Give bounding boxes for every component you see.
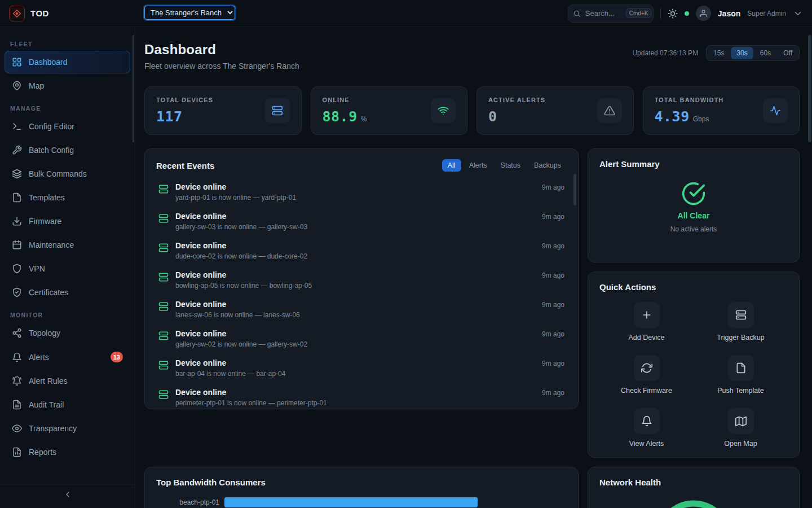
list-item[interactable]: Device online lanes-sw-06 is now online … (156, 295, 567, 324)
theme-toggle-sun-icon[interactable] (668, 8, 678, 19)
event-title: Device online (175, 241, 535, 250)
wrench-icon (12, 145, 22, 155)
refresh-option-15s[interactable]: 15s (708, 47, 730, 59)
bar-row: beach-ptp-01 (156, 497, 567, 507)
stat-value: 0 (488, 108, 497, 125)
list-item[interactable]: Device online perimeter-ptp-01 is now on… (156, 383, 567, 409)
events-filter-tabs: All Alerts Status Backups (442, 159, 567, 172)
quick-actions-title: Quick Actions (599, 282, 788, 292)
sidebar-collapse-button[interactable] (0, 484, 135, 503)
sidebar-item-firmware[interactable]: Firmware (5, 210, 130, 233)
sidebar-item-audit-trail[interactable]: Audit Trail (5, 393, 130, 416)
sidebar-item-dashboard[interactable]: Dashboard (5, 51, 130, 73)
sidebar-item-label: Alerts (29, 353, 104, 362)
chevron-down-icon[interactable] (793, 8, 803, 19)
sidebar-item-batch-config[interactable]: Batch Config (5, 139, 130, 161)
sidebar-scrollbar-thumb[interactable] (133, 35, 134, 142)
quick-action-label: Trigger Backup (717, 334, 764, 341)
event-detail: lanes-sw-06 is now online — lanes-sw-06 (175, 311, 535, 319)
refresh-option-off[interactable]: Off (778, 47, 798, 59)
list-item[interactable]: Device online gallery-sw-02 is now onlin… (156, 324, 567, 353)
search-shortcut-badge: Cmd+K (626, 8, 652, 18)
check-circle-icon (681, 181, 706, 206)
list-item[interactable]: Device online yard-ptp-01 is now online … (156, 177, 567, 207)
sidebar-item-config-editor[interactable]: Config Editor (5, 115, 130, 138)
sidebar-item-templates[interactable]: Templates (5, 186, 130, 209)
topbar: TOD The Stranger's Ranch Cmd+K Jason Sup… (0, 0, 812, 27)
view-alerts-button[interactable]: View Alerts (599, 408, 694, 448)
topbar-divider (660, 7, 661, 20)
page-scrollbar-thumb[interactable] (808, 35, 811, 142)
sidebar-item-label: Map (29, 81, 123, 90)
server-icon (265, 98, 290, 123)
server-icon (728, 302, 754, 328)
app-logo-icon (9, 6, 25, 21)
alerts-count-badge: 13 (111, 352, 123, 362)
list-item[interactable]: Device online bowling-ap-05 is now onlin… (156, 265, 567, 295)
bell-icon (12, 352, 22, 362)
event-detail: gallery-sw-02 is now online — gallery-sw… (175, 340, 535, 348)
sidebar-item-map[interactable]: Map (5, 75, 130, 97)
stat-card-total-bandwidth: TOTAL BANDWIDTH 4.39 Gbps (643, 86, 800, 135)
file-icon (728, 355, 754, 381)
tab-backups[interactable]: Backups (528, 159, 567, 172)
stat-card-active-alerts: ACTIVE ALERTS 0 (476, 86, 634, 135)
add-device-button[interactable]: Add Device (599, 302, 694, 341)
bell-icon (634, 408, 660, 434)
shield-check-icon (12, 287, 22, 297)
sidebar-item-maintenance[interactable]: Maintenance (5, 234, 130, 256)
tab-alerts[interactable]: Alerts (464, 159, 493, 172)
search-box[interactable]: Cmd+K (568, 5, 654, 23)
alert-detail-text: No active alerts (670, 225, 717, 233)
sidebar-item-label: Maintenance (29, 240, 123, 249)
list-item[interactable]: Device online gallery-sw-03 is now onlin… (156, 207, 567, 236)
trigger-backup-button[interactable]: Trigger Backup (694, 302, 788, 341)
push-template-button[interactable]: Push Template (694, 355, 788, 395)
sidebar-item-bulk-commands[interactable]: Bulk Commands (5, 163, 130, 185)
check-firmware-button[interactable]: Check Firmware (599, 355, 694, 395)
sidebar-item-label: Topology (29, 329, 123, 338)
list-item[interactable]: Device online dude-core-02 is now online… (156, 236, 567, 265)
quick-actions-card: Quick Actions Add Device Trigger Backup … (588, 271, 800, 458)
sidebar-item-certificates[interactable]: Certificates (5, 281, 130, 304)
sidebar-item-label: Reports (29, 448, 123, 457)
server-icon (158, 331, 169, 341)
event-title: Device online (175, 358, 535, 367)
sidebar-item-label: Dashboard (29, 58, 123, 67)
network-health-title: Network Health (599, 478, 788, 487)
sidebar-item-label: Alert Rules (29, 376, 123, 386)
network-health-card: Network Health (588, 467, 800, 508)
event-time: 9m ago (542, 389, 564, 397)
list-item[interactable]: Device online bar-ap-04 is now online — … (156, 353, 567, 383)
server-icon (158, 360, 169, 370)
quick-action-label: Push Template (717, 387, 764, 395)
event-title: Device online (175, 270, 535, 279)
sidebar-item-alert-rules[interactable]: Alert Rules (5, 370, 130, 392)
sidebar-item-transparency[interactable]: Transparency (5, 417, 130, 440)
event-time: 9m ago (542, 360, 564, 367)
tab-status[interactable]: Status (495, 159, 526, 172)
search-input[interactable] (585, 9, 621, 17)
site-select[interactable]: The Stranger's Ranch (144, 6, 235, 20)
sidebar-item-reports[interactable]: Reports (5, 441, 130, 463)
sidebar-item-topology[interactable]: Topology (5, 322, 130, 344)
refresh-option-60s[interactable]: 60s (754, 47, 776, 59)
refresh-option-30s[interactable]: 30s (731, 47, 753, 59)
sidebar-section-fleet: FLEET (10, 41, 125, 47)
avatar[interactable] (696, 6, 711, 21)
eye-icon (12, 423, 22, 433)
server-icon (158, 184, 169, 194)
refresh-icon (634, 355, 660, 381)
quick-action-label: View Alerts (629, 440, 664, 448)
events-scrollbar-thumb[interactable] (573, 174, 576, 205)
sidebar-item-alerts[interactable]: Alerts 13 (5, 345, 130, 369)
event-detail: yard-ptp-01 is now online — yard-ptp-01 (175, 194, 535, 202)
open-map-button[interactable]: Open Map (694, 408, 788, 448)
recent-events-card: Recent Events All Alerts Status Backups … (144, 148, 579, 409)
sidebar-item-label: Firmware (29, 217, 123, 226)
file-text-icon (12, 400, 22, 410)
sidebar-item-label: Transparency (29, 424, 123, 433)
status-dot (685, 11, 689, 16)
tab-all[interactable]: All (442, 159, 461, 172)
sidebar-item-vpn[interactable]: VPN (5, 257, 130, 280)
